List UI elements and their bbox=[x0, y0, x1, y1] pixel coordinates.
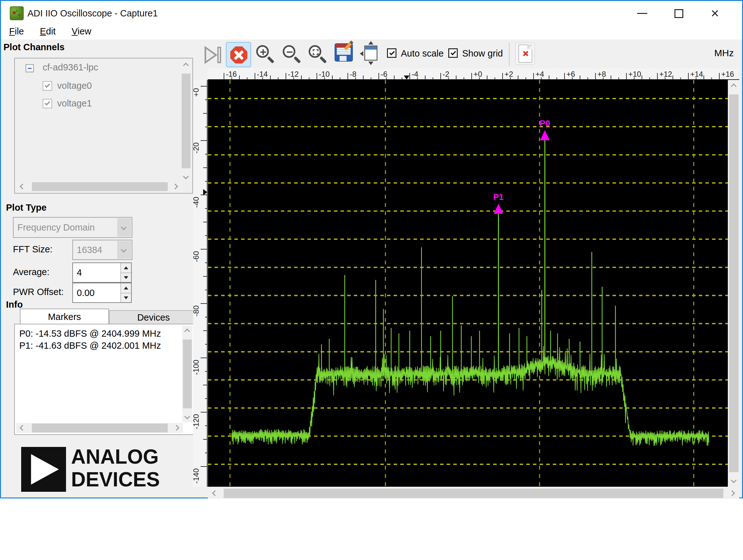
close-button[interactable]: × bbox=[700, 1, 730, 26]
triangle-down-icon bbox=[124, 297, 128, 299]
autoscale-checkbox[interactable] bbox=[387, 48, 396, 58]
plot-vscrollbar[interactable] bbox=[728, 80, 740, 487]
scroll-left-icon[interactable] bbox=[19, 183, 25, 189]
marker-readout-p1: P1: -41.63 dBFS @ 2402.001 MHz bbox=[19, 340, 161, 351]
checkmark-icon bbox=[45, 82, 50, 88]
title-bar[interactable]: ADI IIO Oscilloscope - Capture1 × bbox=[1, 1, 742, 26]
scroll-left-icon[interactable] bbox=[212, 490, 218, 496]
average-label: Average: bbox=[13, 267, 50, 277]
zoom-fit-button[interactable] bbox=[308, 45, 327, 65]
pan-icon bbox=[364, 45, 378, 61]
adi-logo-icon bbox=[21, 447, 66, 492]
plot-vscroll-thumb[interactable] bbox=[729, 94, 739, 472]
scroll-right-icon[interactable] bbox=[729, 490, 735, 496]
zoom-in-button[interactable] bbox=[256, 45, 275, 65]
autoscale-label[interactable]: Auto scale bbox=[401, 48, 443, 59]
minimize-icon bbox=[637, 13, 647, 14]
svg-text:-8: -8 bbox=[350, 70, 356, 78]
pan-plot-button[interactable] bbox=[360, 41, 380, 65]
scroll-down-icon[interactable] bbox=[731, 477, 736, 483]
spin-down-button[interactable] bbox=[121, 293, 131, 302]
tree-device-label[interactable]: cf-ad9361-lpc bbox=[43, 62, 98, 73]
screenshot-stage: ADI IIO Oscilloscope - Capture1 × File E… bbox=[0, 0, 743, 560]
menu-edit[interactable]: Edit bbox=[35, 26, 60, 37]
chevron-down-icon bbox=[121, 247, 126, 252]
menu-file[interactable]: File bbox=[5, 26, 29, 37]
play-to-end-button[interactable] bbox=[204, 45, 222, 65]
triangle-up-icon bbox=[124, 267, 128, 269]
tree-hscroll-thumb[interactable] bbox=[32, 182, 168, 191]
channel-voltage0-label[interactable]: voltage0 bbox=[57, 81, 92, 91]
triangle-up-icon bbox=[124, 287, 128, 290]
app-icon bbox=[10, 6, 24, 20]
marker-readout-list: P0: -14.53 dBFS @ 2404.999 MHz P1: -41.6… bbox=[19, 328, 161, 351]
channel-tree: cf-ad9361-lpc voltage0 voltage1 bbox=[14, 58, 193, 193]
tree-vscroll-thumb[interactable] bbox=[182, 74, 190, 168]
tab-markers[interactable]: Markers bbox=[20, 309, 109, 325]
stop-capture-button[interactable] bbox=[226, 42, 251, 67]
maximize-button[interactable] bbox=[664, 1, 693, 26]
svg-text:-80: -80 bbox=[193, 305, 200, 316]
svg-text:+0: +0 bbox=[193, 88, 200, 97]
marker-P1-label: P1 bbox=[493, 192, 504, 202]
svg-text:+0: +0 bbox=[474, 70, 482, 78]
scroll-left-icon[interactable] bbox=[19, 425, 25, 431]
adi-logo-triangle bbox=[31, 454, 59, 485]
markers-hscroll-thumb[interactable] bbox=[32, 424, 168, 432]
channel-voltage1-label[interactable]: voltage1 bbox=[57, 98, 92, 109]
marker-P1-triangle-icon[interactable] bbox=[494, 204, 503, 214]
markers-vscroll-thumb[interactable] bbox=[183, 340, 192, 408]
plot-channels-heading: Plot Channels bbox=[3, 42, 64, 52]
plot-type-select[interactable]: Frequency Domain bbox=[13, 217, 132, 238]
x-ruler[interactable]: -16-14-12-10-8-6-4-2+0+2+4+6+8+10+12+14+… bbox=[208, 69, 739, 80]
svg-text:-100: -100 bbox=[193, 360, 200, 375]
average-stepper[interactable]: 4 bbox=[72, 262, 132, 283]
spectrum-plot[interactable]: P0P1 bbox=[208, 80, 728, 487]
svg-text:-16: -16 bbox=[226, 70, 237, 78]
y-ruler[interactable]: +0-20-40-60-80-100-120-140 bbox=[193, 80, 208, 487]
maximize-icon bbox=[674, 9, 683, 18]
plot-type-value: Frequency Domain bbox=[17, 218, 95, 237]
spin-up-button[interactable] bbox=[121, 263, 131, 272]
channel-voltage0-checkbox[interactable] bbox=[43, 81, 52, 91]
showgrid-checkbox[interactable] bbox=[448, 48, 458, 58]
minimize-button[interactable] bbox=[628, 1, 657, 26]
pwr-offset-stepper[interactable]: 0.00 bbox=[72, 283, 132, 303]
scroll-down-icon[interactable] bbox=[183, 173, 188, 179]
combo-arrow[interactable] bbox=[117, 241, 131, 259]
menu-view[interactable]: View bbox=[67, 26, 96, 37]
channel-voltage1-checkbox[interactable] bbox=[43, 99, 52, 108]
plot-hscroll-thumb[interactable] bbox=[224, 489, 724, 498]
checkmark-icon bbox=[450, 50, 456, 55]
triangle-down-icon bbox=[124, 276, 128, 279]
markers-vscrollbar[interactable] bbox=[182, 326, 192, 422]
fft-size-select[interactable]: 16384 bbox=[72, 240, 132, 260]
plot-hscrollbar[interactable] bbox=[208, 488, 739, 499]
scroll-right-icon[interactable] bbox=[172, 183, 178, 189]
window-title: ADI IIO Oscilloscope - Capture1 bbox=[28, 1, 158, 26]
play-to-end-icon bbox=[204, 45, 222, 65]
svg-text:-120: -120 bbox=[193, 414, 200, 429]
spin-up-button[interactable] bbox=[121, 283, 131, 293]
fft-size-label: FFT Size: bbox=[13, 244, 52, 255]
toolbar-separator bbox=[509, 43, 510, 66]
combo-arrow[interactable] bbox=[117, 218, 131, 236]
chevron-down-icon bbox=[121, 224, 126, 230]
showgrid-label[interactable]: Show grid bbox=[462, 48, 503, 59]
scroll-up-icon[interactable] bbox=[731, 83, 736, 89]
tree-vscrollbar[interactable] bbox=[181, 60, 191, 182]
tab-devices[interactable]: Devices bbox=[109, 310, 198, 325]
scroll-up-icon[interactable] bbox=[184, 329, 190, 334]
svg-text:+8: +8 bbox=[597, 70, 606, 78]
new-plot-close-button[interactable] bbox=[515, 43, 535, 65]
marker-P0-triangle-icon[interactable] bbox=[540, 130, 550, 140]
scroll-up-icon[interactable] bbox=[183, 62, 188, 68]
save-icon bbox=[335, 43, 353, 61]
tree-expander-icon[interactable] bbox=[26, 64, 34, 72]
tree-hscrollbar[interactable] bbox=[16, 182, 182, 192]
scroll-down-icon[interactable] bbox=[184, 414, 190, 419]
scroll-right-icon[interactable] bbox=[173, 425, 179, 431]
markers-hscrollbar[interactable] bbox=[16, 423, 183, 433]
zoom-out-button[interactable] bbox=[282, 45, 302, 65]
spin-down-button[interactable] bbox=[121, 272, 131, 282]
